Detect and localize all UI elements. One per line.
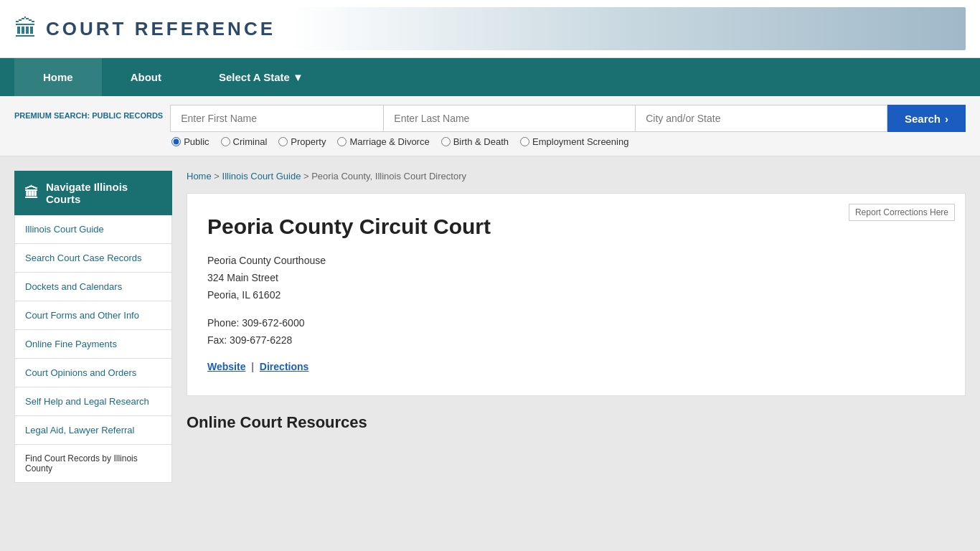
sidebar-link-court-opinions[interactable]: Court Opinions and Orders — [15, 359, 171, 387]
radio-property-input[interactable] — [278, 137, 288, 146]
nav-link-about[interactable]: About — [102, 58, 190, 96]
sidebar-item-dockets[interactable]: Dockets and Calendars — [15, 273, 171, 301]
radio-birth[interactable]: Birth & Death — [441, 136, 509, 147]
court-links: Website | Directions — [207, 361, 945, 372]
breadcrumb-current: Peoria County, Illinois Court Directory — [311, 171, 466, 182]
court-card: Report Corrections Here Peoria County Ci… — [187, 193, 966, 396]
court-address-line3: Peoria, IL 61602 — [207, 287, 945, 304]
court-address-line2: 324 Main Street — [207, 270, 945, 287]
last-name-input[interactable] — [383, 105, 635, 132]
radio-employment-label: Employment Screening — [532, 136, 628, 147]
radio-marriage-label: Marriage & Divorce — [349, 136, 429, 147]
website-link[interactable]: Website — [207, 361, 245, 372]
search-inputs-row: Search › — [170, 105, 966, 132]
sidebar-link-self-help[interactable]: Self Help and Legal Research — [15, 387, 171, 415]
nav-link-select-state[interactable]: Select A State ▼ — [190, 58, 332, 96]
find-courts-text: Find Court Records by Illinois County — [14, 445, 172, 483]
links-separator: | — [251, 361, 254, 372]
sidebar-item-illinois-court-guide[interactable]: Illinois Court Guide — [15, 215, 171, 244]
breadcrumb-home[interactable]: Home — [187, 171, 212, 182]
sidebar-item-online-fine[interactable]: Online Fine Payments — [15, 330, 171, 359]
sidebar-item-legal-aid[interactable]: Legal Aid, Lawyer Referral — [15, 416, 171, 444]
breadcrumb-guide[interactable]: Illinois Court Guide — [222, 171, 301, 182]
court-address-line1: Peoria County Courthouse — [207, 253, 945, 270]
radio-marriage-input[interactable] — [337, 137, 347, 146]
nav-item-home[interactable]: Home — [14, 58, 102, 96]
radio-property[interactable]: Property — [278, 136, 326, 147]
breadcrumb: Home > Illinois Court Guide > Peoria Cou… — [187, 171, 966, 182]
logo-area: 🏛 COURT REFERENCE — [14, 16, 275, 42]
breadcrumb-sep1: > — [214, 171, 222, 182]
search-inputs: Search › Public Criminal Property — [170, 105, 966, 147]
sidebar-item-self-help[interactable]: Self Help and Legal Research — [15, 387, 171, 416]
court-title: Peoria County Circuit Court — [207, 214, 945, 240]
court-phone-info: Phone: 309-672-6000 Fax: 309-677-6228 — [207, 315, 945, 349]
sidebar-link-illinois-court-guide[interactable]: Illinois Court Guide — [15, 215, 171, 243]
radio-public-label: Public — [184, 136, 209, 147]
radio-employment[interactable]: Employment Screening — [520, 136, 628, 147]
sidebar-link-online-fine[interactable]: Online Fine Payments — [15, 330, 171, 358]
sidebar-nav: 🏛 Navigate Illinois Courts Illinois Cour… — [14, 171, 172, 483]
city-state-input[interactable] — [635, 105, 887, 132]
sidebar-link-legal-aid[interactable]: Legal Aid, Lawyer Referral — [15, 416, 171, 444]
sidebar-link-search-court-case[interactable]: Search Court Case Records — [15, 244, 171, 272]
nav-item-about[interactable]: About — [102, 58, 190, 96]
radio-employment-input[interactable] — [520, 137, 529, 146]
sidebar-nav-title: Navigate Illinois Courts — [46, 181, 162, 205]
radio-public[interactable]: Public — [171, 136, 209, 147]
court-address: Peoria County Courthouse 324 Main Street… — [207, 253, 945, 303]
nav-item-select-state[interactable]: Select A State ▼ — [190, 58, 332, 96]
main-nav: Home About Select A State ▼ — [0, 58, 980, 96]
sidebar-link-dockets[interactable]: Dockets and Calendars — [15, 273, 171, 301]
premium-label: PREMIUM SEARCH: PUBLIC RECORDS — [14, 105, 170, 121]
main-content: Home > Illinois Court Guide > Peoria Cou… — [187, 171, 966, 483]
search-arrow-icon: › — [945, 113, 948, 125]
radio-criminal-label: Criminal — [233, 136, 268, 147]
search-button[interactable]: Search › — [887, 105, 966, 132]
first-name-input[interactable] — [170, 105, 383, 132]
sidebar-link-court-forms[interactable]: Court Forms and Other Info — [15, 301, 171, 329]
sidebar-item-court-opinions[interactable]: Court Opinions and Orders — [15, 359, 171, 387]
sidebar-item-court-forms[interactable]: Court Forms and Other Info — [15, 301, 171, 330]
page-container: 🏛 Navigate Illinois Courts Illinois Cour… — [0, 156, 980, 497]
radio-criminal[interactable]: Criminal — [221, 136, 268, 147]
nav-link-home[interactable]: Home — [14, 58, 102, 96]
radio-birth-input[interactable] — [441, 137, 451, 146]
radio-criminal-input[interactable] — [221, 137, 230, 146]
site-logo-text: COURT REFERENCE — [46, 18, 275, 40]
sidebar-item-search-court-case[interactable]: Search Court Case Records — [15, 244, 171, 273]
search-bar-section: PREMIUM SEARCH: PUBLIC RECORDS Search › … — [0, 96, 980, 156]
navigate-icon: 🏛 — [24, 185, 39, 202]
content-wrapper: 🏛 Navigate Illinois Courts Illinois Cour… — [14, 171, 966, 483]
header-background — [290, 7, 966, 50]
radio-marriage[interactable]: Marriage & Divorce — [337, 136, 429, 147]
site-header: 🏛 COURT REFERENCE — [0, 0, 980, 58]
directions-link[interactable]: Directions — [260, 361, 308, 372]
court-fax: Fax: 309-677-6228 — [207, 332, 945, 349]
radio-public-input[interactable] — [171, 137, 181, 146]
search-radio-row: Public Criminal Property Marriage & Divo… — [170, 136, 966, 147]
radio-property-label: Property — [291, 136, 326, 147]
online-resources-title: Online Court Resources — [187, 413, 966, 432]
sidebar: 🏛 Navigate Illinois Courts Illinois Cour… — [14, 171, 172, 483]
report-corrections-button[interactable]: Report Corrections Here — [849, 204, 955, 221]
court-phone: Phone: 309-672-6000 — [207, 315, 945, 332]
search-label: Search — [905, 113, 941, 125]
breadcrumb-sep2: > — [303, 171, 311, 182]
sidebar-nav-header: 🏛 Navigate Illinois Courts — [14, 171, 172, 215]
courthouse-icon: 🏛 — [14, 16, 37, 42]
radio-birth-label: Birth & Death — [453, 136, 509, 147]
